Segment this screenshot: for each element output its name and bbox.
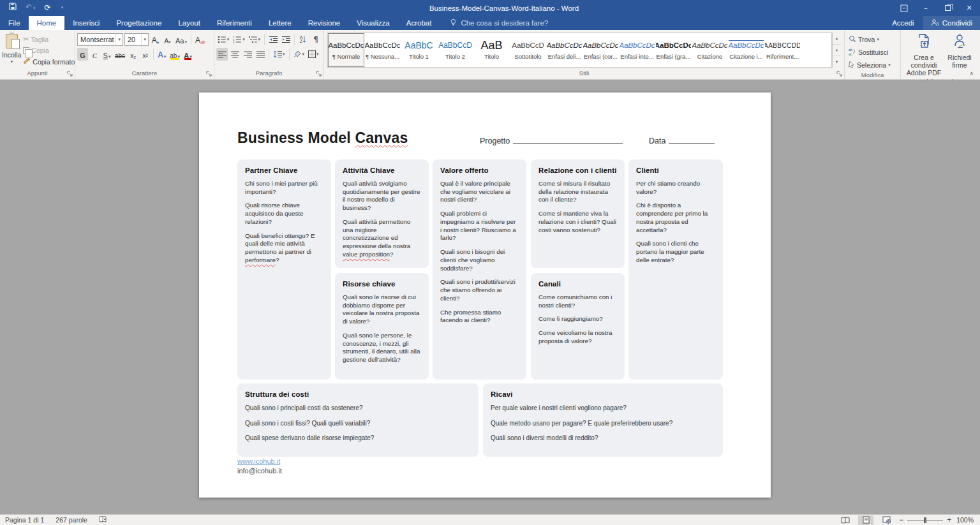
copia-button[interactable]: Copia (21, 46, 77, 55)
seleziona-dropdown-icon[interactable]: ▾ (888, 63, 891, 68)
zoom-thumb[interactable] (924, 517, 926, 523)
increase-indent-button[interactable] (280, 33, 292, 46)
text-effects-button[interactable]: A▾ (156, 48, 167, 61)
undo-icon[interactable]: ↶▾ (26, 0, 36, 17)
decrease-indent-button[interactable] (267, 33, 279, 46)
ribbon-tab[interactable]: Layout (170, 16, 209, 30)
font-size-dropdown-icon[interactable]: ▾ (141, 34, 148, 45)
change-case-button[interactable]: Aa▾ (174, 33, 188, 46)
ribbon-tab[interactable]: Inserisci (64, 16, 108, 30)
save-icon[interactable] (9, 0, 17, 16)
trova-button[interactable]: Trova ▾ (847, 34, 893, 45)
carattere-dialog-launcher-icon[interactable] (206, 71, 212, 77)
proofing-status-icon[interactable] (99, 515, 107, 524)
numbering-button[interactable]: 123 ▾ (232, 33, 246, 46)
style-item[interactable]: AaBbCcDc Citazione i... (728, 33, 764, 67)
style-item[interactable]: AaB Titolo (473, 33, 510, 67)
show-paragraph-marks-button[interactable]: ¶ (310, 33, 322, 46)
accedi-button[interactable]: Accedi (883, 16, 923, 30)
gallery-more-icon[interactable]: ▾ (833, 56, 841, 68)
minimize-icon[interactable]: – (915, 0, 937, 16)
stili-dialog-launcher-icon[interactable] (836, 71, 843, 77)
style-item[interactable]: AaBbCcDc Enfasi inte... (619, 33, 655, 67)
document-area[interactable]: Business Model Canvas Progetto Data Part… (0, 80, 980, 514)
style-item[interactable]: AaBbCcDc Enfasi (gra... (655, 33, 692, 67)
sostituisci-button[interactable]: abac Sostituisci (847, 47, 893, 57)
style-item[interactable]: AABBCCDD Riferiment... (764, 33, 801, 67)
ribbon-tab[interactable]: Progettazione (108, 16, 170, 30)
font-color-button[interactable]: A▾ (182, 48, 193, 61)
print-layout-icon[interactable] (858, 515, 873, 525)
appunti-dialog-launcher-icon[interactable] (67, 71, 73, 77)
style-item[interactable]: AaBbCcD Titolo 2 (437, 33, 473, 67)
style-item[interactable]: AaBbCcDc ¶ Nessuna... (364, 33, 401, 67)
web-layout-icon[interactable] (879, 515, 894, 525)
tell-me-box[interactable]: Che cosa si desidera fare? (440, 16, 548, 30)
restore-icon[interactable] (937, 0, 958, 16)
seleziona-button[interactable]: Seleziona ▾ (847, 60, 893, 70)
style-item[interactable]: AaBbCcDc Enfasi deli... (546, 33, 583, 67)
style-item[interactable]: AaBbCcDc Enfasi (cor... (583, 33, 619, 67)
incolla-button[interactable]: Incolla ▾ (2, 32, 21, 68)
style-item[interactable]: AaBbCcDc Citazione (692, 33, 728, 67)
strikethrough-button[interactable]: abc (114, 48, 126, 61)
gallery-down-icon[interactable]: ▾ (833, 45, 841, 57)
justify-button[interactable] (255, 48, 266, 61)
taglia-button[interactable]: ✂ Taglia (21, 34, 77, 44)
close-icon[interactable]: ✕ (958, 0, 980, 16)
zoom-in-icon[interactable]: + (947, 515, 951, 524)
align-right-button[interactable] (242, 48, 253, 61)
document-page[interactable]: Business Model Canvas Progetto Data Part… (199, 92, 771, 498)
italic-button[interactable]: C (89, 48, 100, 61)
zoom-out-icon[interactable]: − (899, 515, 903, 524)
ribbon-tab[interactable]: Lettere (260, 16, 300, 30)
crea-condividi-pdf-button[interactable]: Crea e condividiAdobe PDF (905, 32, 943, 77)
underline-button[interactable]: S▾ (101, 48, 112, 61)
style-item[interactable]: AaBbCcD Sottotitolo (510, 33, 546, 67)
page-count[interactable]: Pagina 1 di 1 (5, 516, 44, 524)
multilevel-list-button[interactable]: ▾ (248, 33, 262, 46)
gallery-up-icon[interactable]: ▴ (833, 33, 841, 45)
ribbon-tab[interactable]: Revisione (300, 16, 349, 30)
line-spacing-button[interactable]: ▾ (272, 48, 286, 61)
ribbon-tab[interactable]: Visualizza (348, 16, 398, 30)
font-name-combobox[interactable]: Montserrat ▾ (77, 33, 123, 46)
subscript-button[interactable]: x₂ (128, 48, 138, 61)
sort-button[interactable]: AZ (297, 33, 309, 46)
ribbon-display-options-icon[interactable] (893, 0, 915, 16)
underline-dropdown-icon[interactable]: ▾ (108, 54, 111, 59)
superscript-button[interactable]: x² (140, 48, 151, 61)
paragrafo-dialog-launcher-icon[interactable] (316, 71, 322, 77)
style-item[interactable]: AaBbCcDc ¶ Normale (328, 33, 364, 67)
read-mode-icon[interactable] (838, 515, 853, 525)
borders-button[interactable]: ▾ (307, 48, 320, 61)
copia-formato-button[interactable]: Copia formato (21, 57, 77, 67)
font-name-dropdown-icon[interactable]: ▾ (115, 34, 122, 45)
ribbon-tab[interactable]: Riferimenti (209, 16, 260, 30)
highlight-color-button[interactable]: ab▾ (168, 48, 181, 61)
word-count[interactable]: 267 parole (56, 516, 87, 524)
align-center-button[interactable] (229, 48, 241, 61)
font-size-combobox[interactable]: 20 ▾ (124, 33, 149, 46)
zoom-track[interactable] (907, 520, 943, 521)
bold-button[interactable]: G (77, 48, 88, 61)
grow-font-button[interactable]: A▴ (150, 33, 161, 46)
website-link[interactable]: www.icohub.it (237, 457, 280, 465)
shading-button[interactable]: ▾ (292, 48, 306, 61)
ribbon-tab[interactable]: Home (29, 16, 65, 30)
redo-icon[interactable]: ⟳ (45, 0, 51, 16)
align-left-button[interactable] (216, 48, 228, 61)
ribbon-tab[interactable]: File (0, 16, 29, 30)
zoom-slider[interactable]: − + (899, 515, 951, 524)
condividi-button[interactable]: Condividi (923, 16, 980, 30)
customize-qat-icon[interactable]: ▾ (61, 0, 64, 16)
style-item[interactable]: AaBbC Titolo 1 (401, 33, 437, 67)
collapse-ribbon-icon[interactable]: ∧ (969, 70, 974, 77)
bullets-button[interactable]: ▾ (216, 33, 230, 46)
zoom-level[interactable]: 100% (956, 516, 974, 524)
incolla-dropdown-icon[interactable]: ▾ (10, 59, 13, 64)
trova-dropdown-icon[interactable]: ▾ (877, 37, 879, 42)
clear-formatting-button[interactable]: A (194, 33, 206, 46)
ribbon-tab[interactable]: Acrobat (398, 16, 440, 30)
shrink-font-button[interactable]: A▾ (162, 33, 173, 46)
